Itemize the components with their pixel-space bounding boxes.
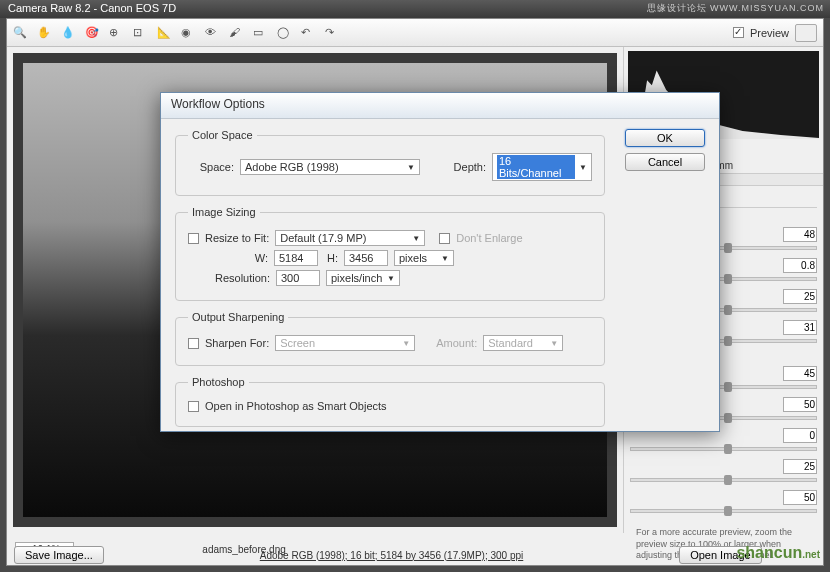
image-sizing-group: Image Sizing Resize to Fit: Default (17.… xyxy=(175,206,605,301)
output-sharpening-group: Output Sharpening Sharpen For: Screen▼ A… xyxy=(175,311,605,366)
width-input[interactable]: 5184 xyxy=(274,250,318,266)
nr-color-detail-input[interactable] xyxy=(783,490,817,505)
depth-select[interactable]: 16 Bits/Channel▼ xyxy=(492,153,592,181)
cancel-button[interactable]: Cancel xyxy=(625,153,705,171)
straighten-icon[interactable]: 📐 xyxy=(157,26,171,40)
ok-button[interactable]: OK xyxy=(625,129,705,147)
amount-label: Amount: xyxy=(431,337,477,349)
fullscreen-toggle-icon[interactable] xyxy=(795,24,817,42)
nr-luminance-input[interactable] xyxy=(783,366,817,381)
amount-select: Standard▼ xyxy=(483,335,563,351)
dialog-title: Workflow Options xyxy=(161,93,719,119)
depth-label: Depth: xyxy=(440,161,486,173)
height-input[interactable]: 3456 xyxy=(344,250,388,266)
slider[interactable] xyxy=(630,509,817,513)
image-sizing-legend: Image Sizing xyxy=(188,206,260,218)
smart-objects-label: Open in Photoshop as Smart Objects xyxy=(205,400,387,412)
workflow-link[interactable]: Adobe RGB (1998); 16 bit; 5184 by 3456 (… xyxy=(260,550,524,561)
height-label: H: xyxy=(324,252,338,264)
nr-color-input[interactable] xyxy=(783,459,817,474)
sharpening-amount-input[interactable] xyxy=(783,227,817,242)
resize-checkbox[interactable] xyxy=(188,233,199,244)
smart-objects-checkbox[interactable] xyxy=(188,401,199,412)
preview-checkbox[interactable]: ✓ xyxy=(733,27,744,38)
resize-label: Resize to Fit: xyxy=(205,232,269,244)
unit-select[interactable]: pixels▼ xyxy=(394,250,454,266)
photoshop-legend: Photoshop xyxy=(188,376,249,388)
rotate-right-icon[interactable]: ↷ xyxy=(325,26,339,40)
photoshop-group: Photoshop Open in Photoshop as Smart Obj… xyxy=(175,376,605,427)
space-select[interactable]: Adobe RGB (1998)▼ xyxy=(240,159,420,175)
color-space-group: Color Space Space: Adobe RGB (1998)▼ Dep… xyxy=(175,129,605,196)
hand-tool-icon[interactable]: ✋ xyxy=(37,26,51,40)
output-sharpening-legend: Output Sharpening xyxy=(188,311,288,323)
sharpening-detail-input[interactable] xyxy=(783,289,817,304)
zoom-tool-icon[interactable]: 🔍 xyxy=(13,26,27,40)
resolution-label: Resolution: xyxy=(214,272,270,284)
target-adjust-icon[interactable]: ⊕ xyxy=(109,26,123,40)
sharpen-label: Sharpen For: xyxy=(205,337,269,349)
sharpening-radius-input[interactable] xyxy=(783,258,817,273)
slider[interactable] xyxy=(630,478,817,482)
radial-filter-icon[interactable]: ◯ xyxy=(277,26,291,40)
save-image-button[interactable]: Save Image... xyxy=(14,546,104,564)
space-label: Space: xyxy=(188,161,234,173)
crop-icon[interactable]: ⊡ xyxy=(133,26,147,40)
sharpening-masking-input[interactable] xyxy=(783,320,817,335)
workflow-options-dialog: Workflow Options OK Cancel Color Space S… xyxy=(160,92,720,432)
dont-enlarge-label: Don't Enlarge xyxy=(456,232,522,244)
adjustment-brush-icon[interactable]: 🖌 xyxy=(229,26,243,40)
nr-contrast-input[interactable] xyxy=(783,428,817,443)
dont-enlarge-checkbox xyxy=(439,233,450,244)
preview-label: Preview xyxy=(750,27,789,39)
color-sampler-icon[interactable]: 🎯 xyxy=(85,26,99,40)
watermark-bottom: shancun.net xyxy=(736,544,820,562)
resize-select[interactable]: Default (17.9 MP)▼ xyxy=(275,230,425,246)
white-balance-icon[interactable]: 💧 xyxy=(61,26,75,40)
width-label: W: xyxy=(254,252,268,264)
redeye-icon[interactable]: 👁 xyxy=(205,26,219,40)
spot-removal-icon[interactable]: ◉ xyxy=(181,26,195,40)
slider[interactable] xyxy=(630,447,817,451)
resolution-input[interactable]: 300 xyxy=(276,270,320,286)
graduated-filter-icon[interactable]: ▭ xyxy=(253,26,267,40)
nr-detail-input[interactable] xyxy=(783,397,817,412)
sharpen-select: Screen▼ xyxy=(275,335,415,351)
toolbar: 🔍 ✋ 💧 🎯 ⊕ ⊡ 📐 ◉ 👁 🖌 ▭ ◯ ↶ ↷ ✓ Preview xyxy=(7,19,823,47)
rotate-left-icon[interactable]: ↶ xyxy=(301,26,315,40)
color-space-legend: Color Space xyxy=(188,129,257,141)
resolution-unit-select[interactable]: pixels/inch▼ xyxy=(326,270,400,286)
watermark-top: 思缘设计论坛 WWW.MISSYUAN.COM xyxy=(647,2,825,15)
sharpen-checkbox[interactable] xyxy=(188,338,199,349)
